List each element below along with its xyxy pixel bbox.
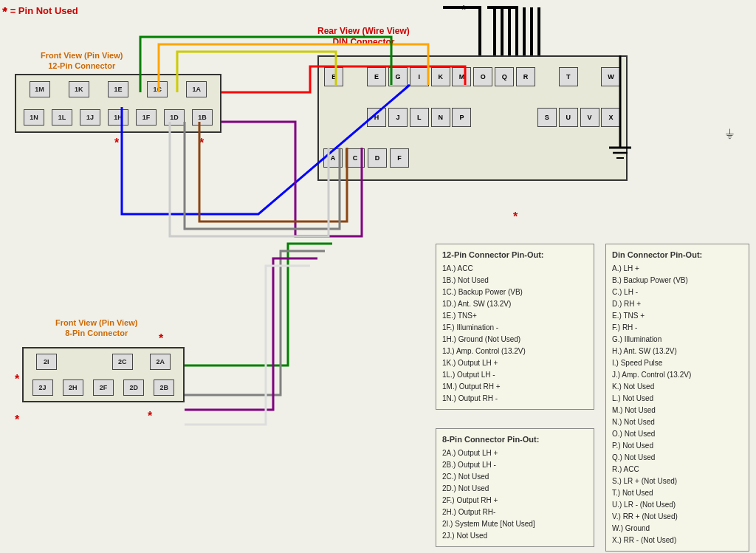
din-pin-I: I xyxy=(410,67,429,86)
connector-12pin: 1M 1K 1E 1C 1A 1N 1L 1J 1H 1F 1D 1B xyxy=(15,74,221,133)
pin-2B: 2B xyxy=(154,379,174,396)
din-empty6 xyxy=(473,108,492,127)
pin-2F: 2F xyxy=(93,379,114,396)
asterisk-din-bottom: * xyxy=(513,210,518,224)
pinout-12pin-1C: 1C.) Backup Power (VB) xyxy=(442,286,588,298)
din-empty8 xyxy=(516,108,535,127)
asterisk-din-top: * xyxy=(461,4,466,17)
asterisk-8pin-1: * xyxy=(159,332,163,346)
pin-1K: 1K xyxy=(69,81,89,97)
pinout-din-L: L.) Not Used xyxy=(612,393,743,405)
pin-2D: 2D xyxy=(123,379,144,396)
connector-8pin: 2I 2C 2A 2J 2H 2F 2D 2B xyxy=(22,347,185,402)
din-pin-M: M xyxy=(452,67,471,86)
pinout-12pin-1N: 1N.) Output RH - xyxy=(442,393,588,405)
pinout-din-M: M.) Not Used xyxy=(612,405,743,416)
asterisk-8pin-left2: * xyxy=(15,413,19,427)
pin-1H: 1H xyxy=(108,109,128,126)
pin-1A: 1A xyxy=(186,81,207,97)
din-pin-V: V xyxy=(580,108,599,127)
pinout-din-B: B.) Backup Power (VB) xyxy=(612,275,743,286)
pinout-8pin-2I: 2I.) System Mute [Not Used] xyxy=(442,518,588,530)
din-pin-L: L xyxy=(410,108,429,127)
pinout-din-title: Din Connector Pin-Out: xyxy=(612,249,743,261)
label-din-connector: Rear View (Wire View) DIN Connector xyxy=(317,26,410,48)
pin-1M: 1M xyxy=(30,81,50,97)
din-pin-N: N xyxy=(431,108,450,127)
pin-2H: 2H xyxy=(63,379,83,396)
pin-row-bot: 1N 1L 1J 1H 1F 1D 1B xyxy=(16,103,220,131)
pin-2C: 2C xyxy=(112,354,133,370)
pinout-8pin-box: 8-Pin Connector Pin-Out: 2A.) Output LH … xyxy=(436,428,594,547)
pin-1B: 1B xyxy=(192,109,213,126)
din-empty5 xyxy=(346,108,365,127)
pin8-row-top: 2I 2C 2A xyxy=(24,348,183,375)
pinout-8pin-2J: 2J.) Not Used xyxy=(442,530,588,542)
din-pin-A: A xyxy=(323,148,343,168)
pin-1J: 1J xyxy=(80,109,100,126)
pinout-8pin-2B: 2B.) Output LH - xyxy=(442,459,588,471)
pinout-8pin-2C: 2C.) Not Used xyxy=(442,471,588,483)
pinout-12pin-1B: 1B.) Not Used xyxy=(442,275,588,286)
pinout-din-U: U.) LR - (Not Used) xyxy=(612,499,743,511)
pinout-din-A: A.) LH + xyxy=(612,263,743,275)
asterisk-8pin-left: * xyxy=(15,373,19,386)
din-pin-U: U xyxy=(559,108,578,127)
din-pin-C: C xyxy=(346,148,365,168)
pinout-din-N: N.) Not Used xyxy=(612,416,743,428)
din-pin-D: D xyxy=(368,148,387,168)
pinout-din-F: F.) RH - xyxy=(612,322,743,334)
pinout-12pin-1E: 1E.) TNS+ xyxy=(442,310,588,322)
label-12pin-connector: Front View (Pin View) 12-Pin Connector xyxy=(41,50,123,71)
pinout-12pin-1D: 1D.) Ant. SW (13.2V) xyxy=(442,298,588,310)
pinout-12pin-1M: 1M.) Output RH + xyxy=(442,381,588,393)
din-empty7 xyxy=(495,108,514,127)
din-empty4 xyxy=(324,108,343,127)
pinout-din-I: I.) Speed Pulse xyxy=(612,357,743,369)
din-pin-K: K xyxy=(431,67,450,86)
din-pin-R: R xyxy=(516,67,535,86)
pinout-din-T: T.) Not Used xyxy=(612,487,743,499)
pinout-12pin-box: 12-Pin Connector Pin-Out: 1A.) ACC 1B.) … xyxy=(436,244,594,410)
pinout-din-O: O.) Not Used xyxy=(612,428,743,440)
pinout-12pin-1H: 1H.) Ground (Not Used) xyxy=(442,334,588,346)
asterisk-8pin-right: * xyxy=(148,410,152,423)
pin-1L: 1L xyxy=(52,109,72,126)
pinout-din-R: R.) ACC xyxy=(612,464,743,475)
pin-1E: 1E xyxy=(108,81,128,97)
pinout-din-K: K.) Not Used xyxy=(612,381,743,393)
din-pin-T: T xyxy=(559,67,578,86)
din-pin-F: F xyxy=(390,148,409,168)
pinout-12pin-1K: 1K.) Output LH + xyxy=(442,357,588,369)
pin8-row-bot: 2J 2H 2F 2D 2B xyxy=(24,375,183,402)
pinout-din-J: J.) Amp. Control (13.2V) xyxy=(612,369,743,381)
pin-2J: 2J xyxy=(32,379,53,396)
din-empty2 xyxy=(537,67,557,86)
pin-1F: 1F xyxy=(136,109,157,126)
pinout-din-S: S.) LR + (Not Used) xyxy=(612,475,743,487)
din-pin-W: W xyxy=(601,67,620,86)
pinout-12pin-1A: 1A.) ACC xyxy=(442,263,588,275)
pinout-8pin-2H: 2H.) Output RH- xyxy=(442,506,588,518)
din-pin-P: P xyxy=(452,108,471,127)
label-8pin-connector: Front View (Pin View) 8-Pin Connector xyxy=(55,317,137,338)
pinout-din-D: D.) RH + xyxy=(612,298,743,310)
pinout-8pin-2F: 2F.) Output RH + xyxy=(442,495,588,506)
din-pin-S: S xyxy=(537,108,557,127)
pinout-din-W: W.) Ground xyxy=(612,523,743,535)
pinout-12pin-title: 12-Pin Connector Pin-Out: xyxy=(442,249,588,261)
pin-2I: 2I xyxy=(36,354,57,370)
din-pin-E: E xyxy=(367,67,386,86)
pin-1D: 1D xyxy=(164,109,185,126)
pinout-8pin-2D: 2D.) Not Used xyxy=(442,483,588,495)
pinout-8pin-title: 8-Pin Connector Pin-Out: xyxy=(442,433,588,445)
legend-text: * = Pin Not Used xyxy=(4,5,78,16)
pin-1N: 1N xyxy=(24,109,44,126)
din-pin-Q: Q xyxy=(495,67,514,86)
asterisk-legend: * xyxy=(2,6,7,19)
ground-symbol: ⏚ xyxy=(726,126,734,141)
pinout-8pin-2A: 2A.) Output LH + xyxy=(442,447,588,459)
connector-din: B E G I K M O Q R T W H J L N P S U V X … xyxy=(317,55,628,181)
pin-row-top: 1M 1K 1E 1C 1A xyxy=(16,75,220,103)
din-pin-B: B xyxy=(324,67,343,86)
